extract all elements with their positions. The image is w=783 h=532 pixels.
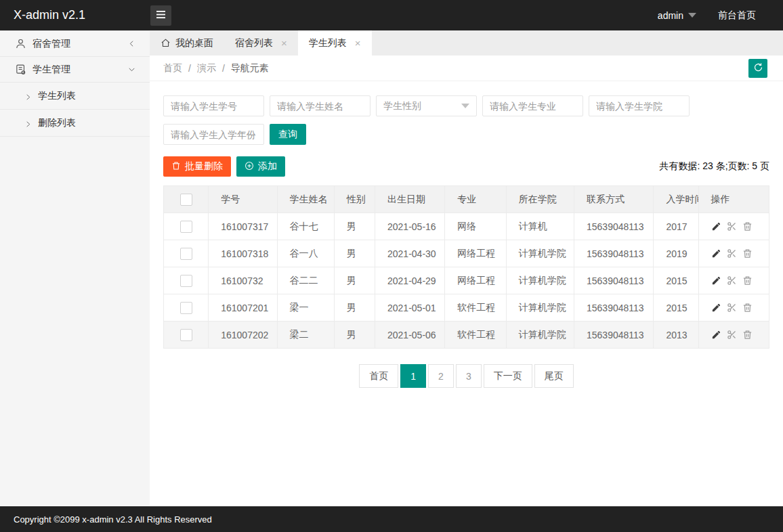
edit-pencil-icon[interactable] [711,330,721,340]
column-header: 学号 [209,186,277,213]
page-next-button[interactable]: 下一页 [484,364,532,388]
student-college-input[interactable] [589,95,690,116]
trash-icon[interactable] [742,330,753,340]
row-checkbox[interactable] [180,221,192,233]
tab-dorm-list[interactable]: 宿舍列表 × [224,30,298,56]
close-icon[interactable]: × [281,38,287,48]
sidebar: 宿舍管理 学生管理 学生列表 删除列表 [0,30,150,506]
close-icon[interactable]: × [355,38,361,48]
batch-delete-button[interactable]: 批量删除 [163,156,231,177]
sidebar-toggle-button[interactable] [150,5,171,26]
frontpage-link[interactable]: 前台首页 [718,9,756,22]
cell-college: 计算机学院 [506,240,574,267]
cut-scissors-icon[interactable] [727,330,737,340]
students-table: 学号 学生姓名 性别 出生日期 专业 所在学院 联系方式 入学时间 操作 [163,185,769,349]
copyright-text: Copyright ©2099 x-admin v2.3 All Rights … [14,514,212,525]
trash-icon[interactable] [742,221,753,231]
trash-icon[interactable] [742,303,753,313]
row-checkbox[interactable] [180,329,192,341]
trash-icon[interactable] [742,275,753,286]
add-button[interactable]: 添加 [236,156,285,177]
edit-pencil-icon[interactable] [711,303,721,313]
column-header: 出生日期 [375,186,445,213]
tab-bar: 我的桌面 宿舍列表 × 学生列表 × [150,30,783,56]
page-2-button[interactable]: 2 [428,364,454,388]
cell-major: 网络 [445,213,506,240]
cell-phone: 15639048113 [574,213,653,240]
enroll-year-input[interactable] [163,124,264,145]
row-checkbox[interactable] [180,248,192,260]
cell-year: 2015 [654,267,698,294]
add-label: 添加 [258,160,277,173]
refresh-icon [753,62,763,74]
edit-pencil-icon[interactable] [711,248,721,259]
cell-major: 软件工程 [445,294,506,322]
table-row: 161007202 梁二 男 2021-05-06 软件工程 计算机学院 156… [164,322,769,349]
column-header: 联系方式 [574,186,653,213]
sidebar-subitem-label: 删除列表 [38,117,76,129]
cut-scissors-icon[interactable] [727,303,737,313]
chevron-down-icon [688,13,696,18]
cell-birth: 2021-05-06 [375,322,445,349]
tab-my-desktop[interactable]: 我的桌面 [150,30,224,56]
main-wrapper: 宿舍管理 学生管理 学生列表 删除列表 [0,30,783,506]
column-header: 入学时间 [654,186,698,213]
cell-year: 2017 [654,213,698,240]
column-header: 所在学院 [506,186,574,213]
refresh-button[interactable] [748,59,767,78]
row-checkbox[interactable] [180,302,192,314]
cut-scissors-icon[interactable] [727,248,737,259]
cell-year: 2019 [654,240,698,267]
sidebar-item-student-list[interactable]: 学生列表 [0,83,150,110]
sidebar-item-dorm-management[interactable]: 宿舍管理 [0,31,150,57]
user-menu[interactable]: admin [658,10,696,21]
plus-circle-icon [245,161,254,173]
cut-scissors-icon[interactable] [727,275,737,286]
sidebar-item-delete-list[interactable]: 删除列表 [0,110,150,137]
cell-gender: 男 [334,240,375,267]
cell-name: 梁一 [277,294,334,322]
tab-student-list[interactable]: 学生列表 × [298,30,372,56]
cell-operations [698,294,769,322]
cell-operations [698,213,769,240]
breadcrumb-demo[interactable]: 演示 [197,62,216,74]
cell-student-id: 161007201 [209,294,277,322]
student-id-input[interactable] [163,95,264,116]
gender-select-value: 学生性别 [383,100,421,112]
sidebar-item-student-management[interactable]: 学生管理 [0,57,150,83]
cell-major: 软件工程 [445,322,506,349]
cell-major: 网络工程 [445,240,506,267]
column-header: 操作 [698,186,769,213]
footer: Copyright ©2099 x-admin v2.3 All Rights … [0,506,783,532]
cell-birth: 2021-05-01 [375,294,445,322]
breadcrumb-home[interactable]: 首页 [163,62,182,74]
student-name-input[interactable] [270,95,371,116]
user-icon [15,38,26,49]
page-1-button[interactable]: 1 [400,364,426,388]
page-3-button[interactable]: 3 [456,364,482,388]
cell-college: 计算机 [506,213,574,240]
edit-pencil-icon[interactable] [711,221,721,231]
page-last-button[interactable]: 尾页 [534,364,574,388]
cell-student-id: 161007317 [209,213,277,240]
trash-icon [171,161,181,173]
sidebar-item-label: 宿舍管理 [33,38,70,50]
student-major-input[interactable] [482,95,583,116]
search-button[interactable]: 查询 [270,124,306,145]
gender-select[interactable]: 学生性别 [376,95,477,116]
cell-year: 2015 [654,294,698,322]
cell-birth: 2021-05-16 [375,213,445,240]
select-all-checkbox[interactable] [180,194,192,206]
row-checkbox[interactable] [180,275,192,287]
cell-phone: 15639048113 [574,294,653,322]
hamburger-icon [156,10,166,21]
search-form: 学生性别 查询 [163,95,769,145]
cell-college: 计算机学院 [506,322,574,349]
page-first-button[interactable]: 首页 [359,364,398,388]
column-header: 性别 [334,186,375,213]
edit-pencil-icon[interactable] [711,275,721,286]
cell-phone: 15639048113 [574,322,653,349]
cut-scissors-icon[interactable] [727,221,737,231]
trash-icon[interactable] [742,248,753,259]
page-content: 学生性别 查询 批量删除 [150,81,783,388]
